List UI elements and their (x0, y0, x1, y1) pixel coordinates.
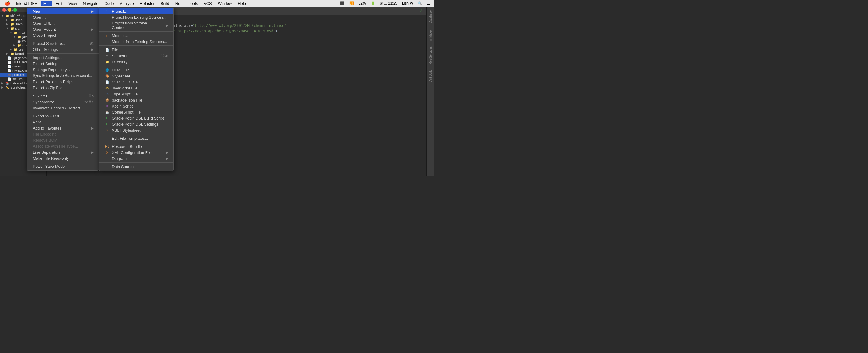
separator (99, 142, 173, 142)
menu-print[interactable]: Print... (27, 119, 98, 125)
menu-module-existing[interactable]: Module from Existing Sources... (99, 38, 173, 44)
menubar-navigate[interactable]: Navigate (81, 1, 101, 6)
menubar-build[interactable]: Build (158, 1, 172, 6)
menu-pvcs-label: Project from Version Control... (112, 21, 164, 30)
menu-sync-jb[interactable]: Sync Settings to JetBrains Account... (27, 73, 98, 78)
html-icon: 🌐 (105, 68, 110, 72)
menu-xml-config[interactable]: X XML Configuration File ▶ (99, 150, 173, 155)
menubar-intellij[interactable]: IntelliJ IDEA (13, 1, 40, 6)
menu-project-vcs[interactable]: Project from Version Control... ▶ (99, 20, 173, 30)
menu-html[interactable]: 🌐 HTML File (99, 67, 173, 73)
menu-open-recent[interactable]: Open Recent ▶ (27, 26, 98, 32)
menu-stylesheet[interactable]: 🎨 Stylesheet (99, 73, 173, 79)
menu-coffee[interactable]: ☕ CoffeeScript File (99, 109, 173, 115)
menu-close-project[interactable]: Close Project (27, 32, 98, 38)
wifi-icon: 📶 (348, 1, 355, 5)
menubar-file[interactable]: File (41, 1, 52, 6)
menu-settings-repo[interactable]: Settings Repository... (27, 67, 98, 73)
maximize-button[interactable] (13, 8, 17, 12)
menu-kotlin[interactable]: K Kotlin Script (99, 103, 173, 109)
menu-export-html[interactable]: Export to HTML... (27, 113, 98, 119)
menu-eh-label: Export to HTML... (33, 114, 64, 118)
tool-restservices[interactable]: RestServices (428, 44, 433, 67)
menu-gradle-build[interactable]: G Gradle Kotlin DSL Build Script (99, 115, 173, 121)
menu-open-url[interactable]: Open URL... (27, 20, 98, 26)
menu-pe-label: Project from Existing Sources... (112, 15, 166, 20)
menubar-tools[interactable]: Tools (186, 1, 200, 6)
separator (27, 53, 98, 54)
menu-diagram[interactable]: Diagram ▶ (99, 155, 173, 161)
menu-ts[interactable]: TS TypeScript File (99, 91, 173, 97)
menu-export-eclipse[interactable]: Export Project to Eclipse... (27, 78, 98, 85)
close-button[interactable] (2, 8, 6, 12)
menu-save-all[interactable]: Save All ⌘S (27, 93, 98, 99)
folder-icon: 📁 (13, 48, 18, 51)
menu-synchronize[interactable]: Synchronize ⌥⌘Y (27, 99, 98, 105)
menu-edit-templates[interactable]: Edit File Templates... (99, 135, 173, 141)
expand-arrow: ▼ (6, 27, 9, 30)
menu-af-label: Add to Favorites (33, 126, 61, 130)
tool-antbuild[interactable]: Ant Build (428, 67, 433, 84)
menu-project-existing[interactable]: Project from Existing Sources... (99, 14, 173, 20)
menu-os-label: Other Settings (33, 47, 58, 52)
menu-add-favorites[interactable]: Add to Favorites ▶ (27, 125, 98, 131)
scratch-icon: ✏️ (5, 86, 9, 89)
folder-icon: 📁 (17, 44, 22, 47)
menu-ps-label: Project Structure... (33, 41, 65, 46)
menubar-refactor[interactable]: Refactor (137, 1, 157, 6)
menu-file[interactable]: 📄 File (99, 47, 173, 53)
menu-export-zip[interactable]: Export to Zip File... (27, 85, 98, 91)
menu-directory[interactable]: 📁 Directory (99, 59, 173, 65)
menubar-run[interactable]: Run (173, 1, 185, 6)
menu-icon[interactable]: ☰ (426, 1, 432, 5)
menu-open[interactable]: Open... (27, 14, 98, 20)
tool-maven[interactable]: m Maven (428, 26, 433, 43)
file-menu[interactable]: New ▶ Open... Open URL... Open Recent ▶ … (27, 7, 99, 171)
folder-icon: 📁 (10, 19, 14, 22)
submenu-arrow: ▶ (91, 151, 94, 154)
menubar-analyze[interactable]: Analyze (118, 1, 136, 6)
menubar-view[interactable]: View (66, 1, 79, 6)
menu-fe-label: File Encoding (33, 132, 57, 136)
new-submenu[interactable]: 🗂 Project... Project from Existing Sourc… (99, 7, 174, 171)
menu-cfml[interactable]: 📄 CFML/CFC file (99, 79, 173, 85)
menubar-window[interactable]: Window (216, 1, 234, 6)
menu-line-sep[interactable]: Line Separators ▶ (27, 149, 98, 155)
menu-associate: Associate with File Type... (27, 143, 98, 149)
file-icon: 📄 (105, 47, 110, 52)
menu-rb-label: Remove BOM (33, 138, 58, 142)
menu-import-settings[interactable]: Import Settings... (27, 55, 98, 61)
menu-package-json[interactable]: 📦 package.json File (99, 97, 173, 103)
separator (27, 92, 98, 92)
menu-gradle-settings[interactable]: G Gradle Kotlin DSL Settings (99, 121, 173, 127)
menu-other-settings[interactable]: Other Settings ▶ (27, 46, 98, 53)
menu-project[interactable]: 🗂 Project... (99, 8, 173, 14)
menu-project-structure[interactable]: Project Structure... ⌘; (27, 40, 98, 46)
menubar-help[interactable]: Help (236, 1, 248, 6)
menu-resource-bundle[interactable]: RB Resource Bundle (99, 143, 173, 150)
search-icon[interactable]: 🔍 (416, 1, 424, 5)
menu-module-label: Module... (112, 33, 128, 38)
menubar: 🍎 IntelliJ IDEA File Edit View Navigate … (0, 0, 434, 7)
menubar-edit[interactable]: Edit (53, 1, 65, 6)
menubar-vcs[interactable]: VCS (201, 1, 214, 6)
menu-power-save[interactable]: Power Save Mode (27, 163, 98, 169)
menu-xslt[interactable]: X XSLT Stylesheet (99, 127, 173, 133)
menu-datasource[interactable]: Data Source (99, 164, 173, 169)
menu-invalidate-caches[interactable]: Invalidate Caches / Restart... (27, 105, 98, 111)
username: Ljshllw (401, 1, 414, 5)
menubar-code[interactable]: Code (102, 1, 116, 6)
menu-make-readonly[interactable]: Make File Read-only (27, 155, 98, 161)
ts-icon: TS (105, 92, 110, 96)
icon-empty (105, 15, 110, 19)
apple-menu[interactable]: 🍎 (2, 1, 12, 6)
menu-module[interactable]: ◻ Module... (99, 33, 173, 38)
menu-js[interactable]: JS JavaScript File (99, 85, 173, 91)
menu-new[interactable]: New ▶ (27, 8, 98, 14)
notification-icon: ⬛ (339, 1, 346, 5)
menu-export-settings[interactable]: Export Settings... (27, 61, 98, 67)
minimize-button[interactable] (8, 8, 11, 12)
menu-open-url-label: Open URL... (33, 21, 55, 26)
tool-database[interactable]: Database (428, 8, 433, 26)
menu-scratch-file[interactable]: ✏ Scratch File ⇧⌘N (99, 53, 173, 59)
